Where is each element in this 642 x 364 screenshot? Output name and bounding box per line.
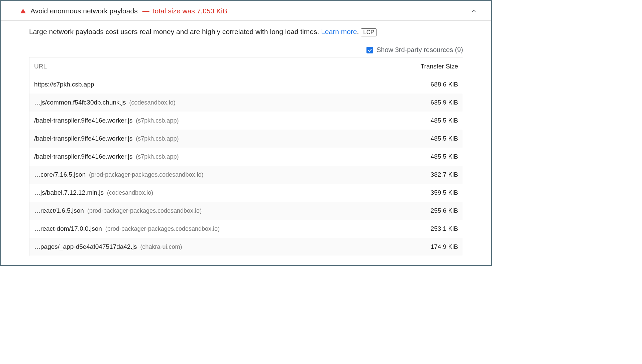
url-text: …core/7.16.5.json — [34, 171, 86, 178]
size-cell: 485.5 KiB — [391, 117, 458, 124]
description-text: Large network payloads cost users real m… — [29, 28, 321, 35]
third-party-checkbox[interactable] — [366, 47, 373, 53]
url-cell: /babel-transpiler.9ffe416e.worker.js(s7p… — [34, 153, 391, 160]
size-cell: 688.6 KiB — [391, 81, 458, 88]
url-cell: …pages/_app-d5e4af047517da42.js(chakra-u… — [34, 243, 391, 250]
table-row[interactable]: https://s7pkh.csb.app688.6 KiB — [29, 75, 463, 94]
table-body: https://s7pkh.csb.app688.6 KiB…js/common… — [29, 75, 463, 256]
url-text: …pages/_app-d5e4af047517da42.js — [34, 243, 137, 250]
warning-triangle-icon — [20, 9, 26, 13]
url-cell: /babel-transpiler.9ffe416e.worker.js(s7p… — [34, 135, 391, 142]
table-row[interactable]: /babel-transpiler.9ffe416e.worker.js(s7p… — [29, 112, 463, 130]
table-row[interactable]: …react-dom/17.0.0.json(prod-packager-pac… — [29, 220, 463, 238]
url-cell: https://s7pkh.csb.app — [34, 81, 391, 88]
description-suffix: . — [357, 28, 359, 35]
third-party-label: Show 3rd-party resources (9) — [377, 46, 463, 54]
column-header-size: Transfer Size — [391, 63, 458, 70]
url-cell: …react/1.6.5.json(prod-packager-packages… — [34, 207, 391, 214]
table-header-row: URL Transfer Size — [29, 57, 463, 75]
url-text: /babel-transpiler.9ffe416e.worker.js — [34, 117, 132, 124]
origin-text: (prod-packager-packages.codesandbox.io) — [105, 225, 220, 232]
table-row[interactable]: …react/1.6.5.json(prod-packager-packages… — [29, 202, 463, 220]
url-cell: /babel-transpiler.9ffe416e.worker.js(s7p… — [34, 117, 391, 124]
origin-text: (prod-packager-packages.codesandbox.io) — [87, 207, 202, 214]
origin-text: (s7pkh.csb.app) — [136, 135, 179, 142]
url-text: https://s7pkh.csb.app — [34, 81, 94, 88]
origin-text: (s7pkh.csb.app) — [136, 153, 179, 160]
table-row[interactable]: /babel-transpiler.9ffe416e.worker.js(s7p… — [29, 130, 463, 148]
size-cell: 253.1 KiB — [391, 225, 458, 232]
size-cell: 485.5 KiB — [391, 135, 458, 142]
size-cell: 255.6 KiB — [391, 207, 458, 214]
size-cell: 485.5 KiB — [391, 153, 458, 160]
audit-summary: — Total size was 7,053 KiB — [142, 7, 227, 15]
table-row[interactable]: …js/babel.7.12.12.min.js(codesandbox.io)… — [29, 184, 463, 202]
url-text: …react-dom/17.0.0.json — [34, 225, 102, 232]
collapse-chevron-icon[interactable] — [470, 7, 478, 15]
url-text: …js/common.f54fc30db.chunk.js — [34, 99, 126, 106]
origin-text: (prod-packager-packages.codesandbox.io) — [89, 171, 203, 178]
audit-body: Large network payloads cost users real m… — [1, 21, 491, 265]
size-cell: 382.7 KiB — [391, 171, 458, 178]
url-text: /babel-transpiler.9ffe416e.worker.js — [34, 153, 132, 160]
url-cell: …js/common.f54fc30db.chunk.js(codesandbo… — [34, 99, 391, 106]
origin-text: (s7pkh.csb.app) — [136, 117, 179, 124]
table-row[interactable]: …js/common.f54fc30db.chunk.js(codesandbo… — [29, 94, 463, 112]
third-party-toggle-row: Show 3rd-party resources (9) — [29, 46, 463, 54]
url-cell: …js/babel.7.12.12.min.js(codesandbox.io) — [34, 189, 391, 196]
url-text: /babel-transpiler.9ffe416e.worker.js — [34, 135, 132, 142]
column-header-url: URL — [34, 63, 391, 70]
lcp-badge: LCP — [361, 28, 377, 36]
url-text: …js/babel.7.12.12.min.js — [34, 189, 104, 196]
audit-panel: Avoid enormous network payloads — Total … — [0, 0, 492, 266]
url-cell: …core/7.16.5.json(prod-packager-packages… — [34, 171, 391, 178]
size-cell: 174.9 KiB — [391, 243, 458, 250]
url-text: …react/1.6.5.json — [34, 207, 84, 214]
audit-description: Large network payloads cost users real m… — [29, 27, 463, 37]
learn-more-link[interactable]: Learn more — [321, 28, 357, 35]
audit-header[interactable]: Avoid enormous network payloads — Total … — [1, 1, 491, 21]
table-row[interactable]: /babel-transpiler.9ffe416e.worker.js(s7p… — [29, 148, 463, 166]
origin-text: (codesandbox.io) — [129, 99, 176, 106]
origin-text: (codesandbox.io) — [107, 189, 153, 196]
origin-text: (chakra-ui.com) — [140, 243, 182, 250]
size-cell: 359.5 KiB — [391, 189, 458, 196]
size-cell: 635.9 KiB — [391, 99, 458, 106]
audit-title: Avoid enormous network payloads — [30, 7, 138, 15]
url-cell: …react-dom/17.0.0.json(prod-packager-pac… — [34, 225, 391, 232]
resources-table: URL Transfer Size https://s7pkh.csb.app6… — [29, 57, 463, 256]
table-row[interactable]: …core/7.16.5.json(prod-packager-packages… — [29, 166, 463, 184]
table-row[interactable]: …pages/_app-d5e4af047517da42.js(chakra-u… — [29, 238, 463, 256]
